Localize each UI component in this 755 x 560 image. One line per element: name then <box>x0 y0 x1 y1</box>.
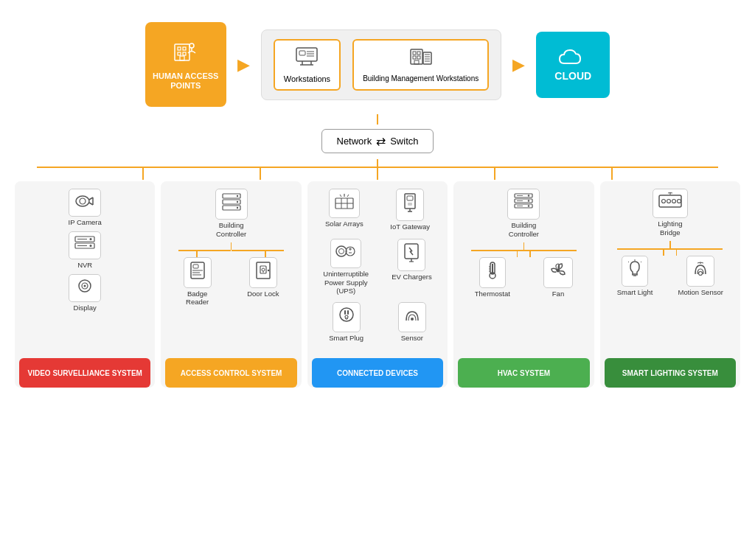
connected-mid-row: UninterruptiblePower Supply(UPS) <box>312 239 443 300</box>
ups-icon <box>330 239 361 268</box>
svg-rect-16 <box>411 49 422 64</box>
badge-reader-label: BadgeReader <box>186 290 209 307</box>
nvr-label: NVR <box>77 261 92 269</box>
smart-light-label: Smart Light <box>617 288 653 296</box>
v-connector-top <box>377 114 378 125</box>
thermostat-icon <box>479 257 506 288</box>
fan-item: Fan <box>543 257 573 298</box>
ac-connector <box>231 242 232 250</box>
hvac-v-left <box>517 251 518 257</box>
hvac-connector <box>523 242 525 250</box>
cloud-label: CLOUD <box>554 70 591 82</box>
tick-3 <box>377 167 378 180</box>
ev-chargers-item: EV Chargers <box>392 239 431 295</box>
ups-item: UninterruptiblePower Supply(UPS) <box>323 239 369 295</box>
svg-rect-20 <box>417 56 420 59</box>
hvac-building-controller-item: BuildingController <box>458 189 589 238</box>
svg-rect-4 <box>183 52 186 55</box>
lighting-bridge-label: LightingBridge <box>658 220 682 237</box>
display-label: Display <box>74 304 97 312</box>
svg-rect-65 <box>407 196 413 200</box>
svg-line-109 <box>628 262 629 262</box>
connected-content: Solar Arrays IoT Gateway <box>312 189 443 354</box>
svg-rect-82 <box>344 310 346 315</box>
connected-bot-row: Smart Plug Sensor <box>312 302 443 346</box>
switch-label: Switch <box>390 136 418 147</box>
video-surveillance-panel: IP Camera NVR <box>15 181 155 388</box>
hvac-h-line <box>471 250 577 251</box>
badge-reader-item: BadgeReader <box>184 257 212 307</box>
network-section: Network ⇄ Switch <box>15 129 740 153</box>
svg-point-94 <box>528 205 529 206</box>
svg-line-62 <box>340 195 341 197</box>
fan-icon <box>543 257 573 288</box>
cloud-icon <box>558 47 588 70</box>
svg-rect-3 <box>178 52 181 55</box>
diagram-container: HUMAN ACCESS POINTS ▶ <box>0 0 755 560</box>
iot-gateway-label: IoT Gateway <box>390 223 430 231</box>
hvac-content: BuildingController <box>458 189 589 354</box>
sensor-label: Sensor <box>401 334 423 342</box>
workstations-icon <box>284 46 330 71</box>
connected-devices-panel: Solar Arrays IoT Gateway <box>307 181 448 388</box>
access-content: BuildingController <box>165 189 296 354</box>
svg-line-78 <box>410 251 413 255</box>
solar-arrays-item: Solar Arrays <box>325 189 363 231</box>
lighting-content: LightingBridge <box>605 189 736 354</box>
hvac-building-controller-label: BuildingController <box>509 221 539 238</box>
svg-line-76 <box>409 248 412 251</box>
motion-sensor-icon <box>686 256 714 287</box>
tick-5 <box>611 167 613 180</box>
svg-point-92 <box>528 195 529 196</box>
sl-h-line <box>617 248 723 250</box>
human-access-box: HUMAN ACCESS POINTS <box>145 22 226 107</box>
workstations-box: Workstations <box>274 39 341 91</box>
smart-light-item: Smart Light <box>617 256 653 297</box>
sensor-icon <box>398 302 426 332</box>
svg-point-40 <box>84 284 86 287</box>
lighting-bridge-item: LightingBridge <box>605 189 736 237</box>
iot-gateway-item: IoT Gateway <box>390 189 430 231</box>
svg-point-85 <box>411 318 414 321</box>
sl-v-right <box>676 250 678 256</box>
thermostat-label: Thermostat <box>475 290 510 298</box>
motion-sensor-item: Motion Sensor <box>678 256 723 297</box>
tick-2 <box>260 167 261 180</box>
building-mgmt-icon <box>363 46 479 71</box>
svg-point-101 <box>667 200 670 203</box>
badge-reader-icon <box>184 257 212 288</box>
svg-point-44 <box>236 195 237 197</box>
display-item: Display <box>19 274 150 312</box>
ev-chargers-icon <box>397 239 425 271</box>
iot-gateway-icon <box>396 189 424 221</box>
access-building-controller-icon <box>215 189 248 220</box>
human-access-icon <box>172 38 200 69</box>
nvr-item: NVR <box>19 231 150 270</box>
svg-point-102 <box>672 200 675 203</box>
thermostat-item: Thermostat <box>475 257 510 298</box>
svg-rect-2 <box>183 47 186 50</box>
svg-line-63 <box>347 195 349 197</box>
svg-point-70 <box>339 248 344 253</box>
human-access-label: HUMAN ACCESS POINTS <box>151 71 220 91</box>
hvac-sub-devices: Thermostat Fan <box>458 257 589 303</box>
svg-point-69 <box>336 246 347 256</box>
building-mgmt-label: Building Management Workstations <box>363 74 479 83</box>
sl-connector <box>669 241 671 248</box>
smart-plug-icon <box>333 302 361 332</box>
cloud-box: CLOUD <box>536 32 610 98</box>
svg-point-35 <box>90 245 92 247</box>
svg-rect-48 <box>193 265 198 268</box>
svg-rect-0 <box>175 44 189 60</box>
svg-rect-12 <box>299 51 305 55</box>
network-switch-icon: ⇄ <box>376 134 386 148</box>
svg-rect-83 <box>347 310 349 315</box>
h-connector-bar <box>37 167 718 168</box>
svg-rect-5 <box>180 56 184 60</box>
smart-plug-item: Smart Plug <box>329 302 363 342</box>
access-building-controller-item: BuildingController <box>165 189 296 238</box>
lighting-system-label: SMART LIGHTING SYSTEM <box>605 358 736 388</box>
arrow-human-to-workstation: ▶ <box>237 55 250 74</box>
access-building-controller-label: BuildingController <box>216 221 246 238</box>
solar-arrays-label: Solar Arrays <box>325 220 363 228</box>
